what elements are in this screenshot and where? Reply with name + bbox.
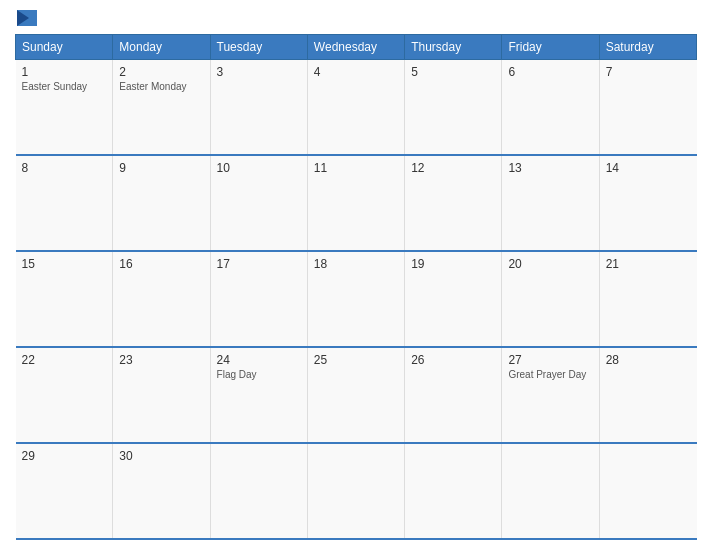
day-number: 15 bbox=[22, 257, 107, 271]
calendar-week-row: 2930 bbox=[16, 443, 697, 539]
calendar-cell: 16 bbox=[113, 251, 210, 347]
calendar-cell: 13 bbox=[502, 155, 599, 251]
calendar-cell: 22 bbox=[16, 347, 113, 443]
day-number: 22 bbox=[22, 353, 107, 367]
weekday-header-friday: Friday bbox=[502, 35, 599, 60]
day-number: 6 bbox=[508, 65, 592, 79]
calendar-header bbox=[15, 10, 697, 26]
weekday-header-sunday: Sunday bbox=[16, 35, 113, 60]
day-number: 12 bbox=[411, 161, 495, 175]
day-number: 24 bbox=[217, 353, 301, 367]
calendar-table: SundayMondayTuesdayWednesdayThursdayFrid… bbox=[15, 34, 697, 540]
day-number: 8 bbox=[22, 161, 107, 175]
calendar-week-row: 1Easter Sunday2Easter Monday34567 bbox=[16, 60, 697, 156]
day-number: 2 bbox=[119, 65, 203, 79]
day-number: 11 bbox=[314, 161, 398, 175]
day-number: 30 bbox=[119, 449, 203, 463]
day-number: 4 bbox=[314, 65, 398, 79]
day-number: 1 bbox=[22, 65, 107, 79]
day-number: 20 bbox=[508, 257, 592, 271]
calendar-cell bbox=[210, 443, 307, 539]
calendar-cell bbox=[405, 443, 502, 539]
calendar-cell: 11 bbox=[307, 155, 404, 251]
calendar-week-row: 891011121314 bbox=[16, 155, 697, 251]
calendar-cell: 28 bbox=[599, 347, 696, 443]
day-number: 13 bbox=[508, 161, 592, 175]
calendar-cell: 19 bbox=[405, 251, 502, 347]
logo bbox=[15, 10, 37, 26]
calendar-cell: 20 bbox=[502, 251, 599, 347]
day-number: 17 bbox=[217, 257, 301, 271]
calendar-cell: 9 bbox=[113, 155, 210, 251]
calendar-cell: 21 bbox=[599, 251, 696, 347]
calendar-cell: 30 bbox=[113, 443, 210, 539]
calendar-cell: 7 bbox=[599, 60, 696, 156]
calendar-cell: 10 bbox=[210, 155, 307, 251]
calendar-cell: 24Flag Day bbox=[210, 347, 307, 443]
calendar-cell: 23 bbox=[113, 347, 210, 443]
logo-flag-icon bbox=[17, 10, 37, 26]
calendar-cell: 14 bbox=[599, 155, 696, 251]
day-number: 7 bbox=[606, 65, 691, 79]
calendar-cell: 25 bbox=[307, 347, 404, 443]
calendar-cell: 12 bbox=[405, 155, 502, 251]
calendar-cell: 4 bbox=[307, 60, 404, 156]
day-number: 21 bbox=[606, 257, 691, 271]
calendar-cell: 5 bbox=[405, 60, 502, 156]
calendar-cell: 15 bbox=[16, 251, 113, 347]
weekday-header-thursday: Thursday bbox=[405, 35, 502, 60]
weekday-header-monday: Monday bbox=[113, 35, 210, 60]
calendar-cell: 29 bbox=[16, 443, 113, 539]
calendar-cell: 17 bbox=[210, 251, 307, 347]
day-number: 19 bbox=[411, 257, 495, 271]
weekday-header-saturday: Saturday bbox=[599, 35, 696, 60]
day-number: 5 bbox=[411, 65, 495, 79]
day-number: 3 bbox=[217, 65, 301, 79]
weekday-header-tuesday: Tuesday bbox=[210, 35, 307, 60]
calendar-cell: 27Great Prayer Day bbox=[502, 347, 599, 443]
day-number: 10 bbox=[217, 161, 301, 175]
day-number: 26 bbox=[411, 353, 495, 367]
calendar-cell bbox=[599, 443, 696, 539]
day-number: 18 bbox=[314, 257, 398, 271]
event-label: Easter Sunday bbox=[22, 81, 107, 92]
calendar-cell: 2Easter Monday bbox=[113, 60, 210, 156]
calendar-cell: 6 bbox=[502, 60, 599, 156]
calendar-cell bbox=[307, 443, 404, 539]
day-number: 25 bbox=[314, 353, 398, 367]
day-number: 27 bbox=[508, 353, 592, 367]
day-number: 23 bbox=[119, 353, 203, 367]
calendar-cell: 1Easter Sunday bbox=[16, 60, 113, 156]
day-number: 16 bbox=[119, 257, 203, 271]
calendar-cell: 26 bbox=[405, 347, 502, 443]
calendar-week-row: 222324Flag Day252627Great Prayer Day28 bbox=[16, 347, 697, 443]
day-number: 29 bbox=[22, 449, 107, 463]
weekday-header-row: SundayMondayTuesdayWednesdayThursdayFrid… bbox=[16, 35, 697, 60]
day-number: 28 bbox=[606, 353, 691, 367]
calendar-cell bbox=[502, 443, 599, 539]
event-label: Flag Day bbox=[217, 369, 301, 380]
day-number: 9 bbox=[119, 161, 203, 175]
calendar-cell: 8 bbox=[16, 155, 113, 251]
event-label: Great Prayer Day bbox=[508, 369, 592, 380]
calendar-cell: 18 bbox=[307, 251, 404, 347]
day-number: 14 bbox=[606, 161, 691, 175]
calendar-week-row: 15161718192021 bbox=[16, 251, 697, 347]
calendar-cell: 3 bbox=[210, 60, 307, 156]
event-label: Easter Monday bbox=[119, 81, 203, 92]
weekday-header-wednesday: Wednesday bbox=[307, 35, 404, 60]
